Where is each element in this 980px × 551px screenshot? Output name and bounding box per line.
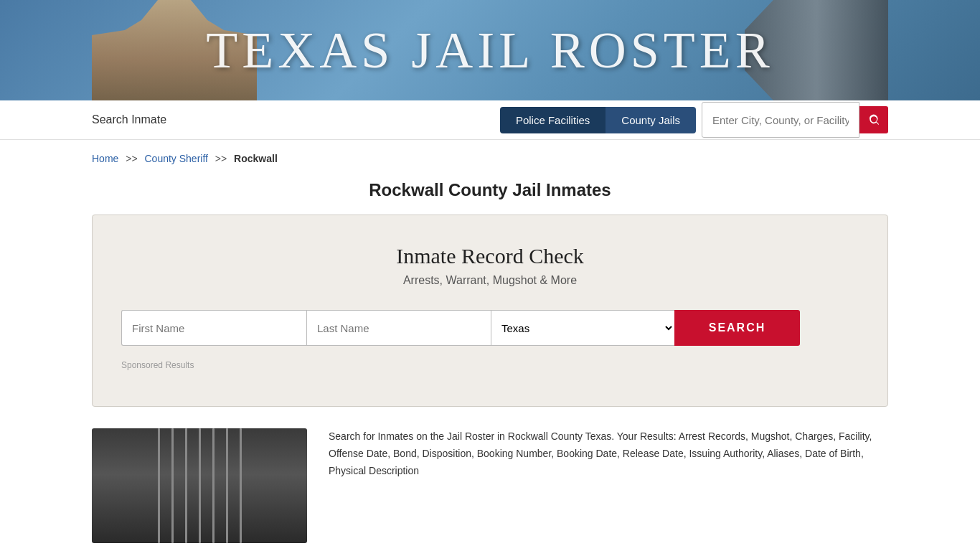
first-name-input[interactable] — [121, 310, 306, 346]
county-jails-button[interactable]: County Jails — [606, 107, 696, 133]
nav-buttons: Police Facilities County Jails — [500, 107, 696, 133]
page-title-section: Rockwall County Jail Inmates — [0, 171, 980, 215]
state-select[interactable]: AlabamaAlaskaArizonaArkansasCaliforniaCo… — [491, 310, 674, 346]
jail-image — [92, 428, 307, 543]
breadcrumb-sep-2: >> — [215, 153, 227, 164]
record-check-title: Inmate Record Check — [121, 244, 859, 268]
site-title: Texas Jail Roster — [206, 21, 773, 80]
last-name-input[interactable] — [306, 310, 491, 346]
breadcrumb-home[interactable]: Home — [92, 153, 118, 164]
nav-search-input[interactable] — [702, 102, 859, 138]
main-content: Inmate Record Check Arrests, Warrant, Mu… — [0, 215, 980, 407]
breadcrumb-current: Rockwall — [234, 153, 278, 164]
search-icon — [867, 113, 880, 126]
jail-bars — [92, 428, 307, 543]
nav-search-wrap — [702, 102, 888, 138]
breadcrumb-county-sheriff[interactable]: County Sheriff — [145, 153, 208, 164]
search-inmate-label: Search Inmate — [92, 113, 500, 126]
bottom-description: Search for Inmates on the Jail Roster in… — [329, 428, 888, 543]
bottom-section: Search for Inmates on the Jail Roster in… — [0, 428, 980, 543]
page-title: Rockwall County Jail Inmates — [0, 180, 980, 200]
breadcrumb-sep-1: >> — [126, 153, 137, 164]
record-check-box: Inmate Record Check Arrests, Warrant, Mu… — [92, 215, 888, 407]
nav-search-button[interactable] — [859, 106, 888, 133]
sponsored-results-label: Sponsored Results — [121, 360, 859, 370]
header-banner: Texas Jail Roster — [0, 0, 980, 100]
search-button[interactable]: SEARCH — [674, 310, 800, 346]
navbar: Search Inmate Police Facilities County J… — [0, 100, 980, 140]
police-facilities-button[interactable]: Police Facilities — [500, 107, 606, 133]
breadcrumb: Home >> County Sheriff >> Rockwall — [0, 140, 980, 171]
search-form: AlabamaAlaskaArizonaArkansasCaliforniaCo… — [121, 310, 859, 346]
record-check-subtitle: Arrests, Warrant, Mugshot & More — [121, 274, 859, 287]
